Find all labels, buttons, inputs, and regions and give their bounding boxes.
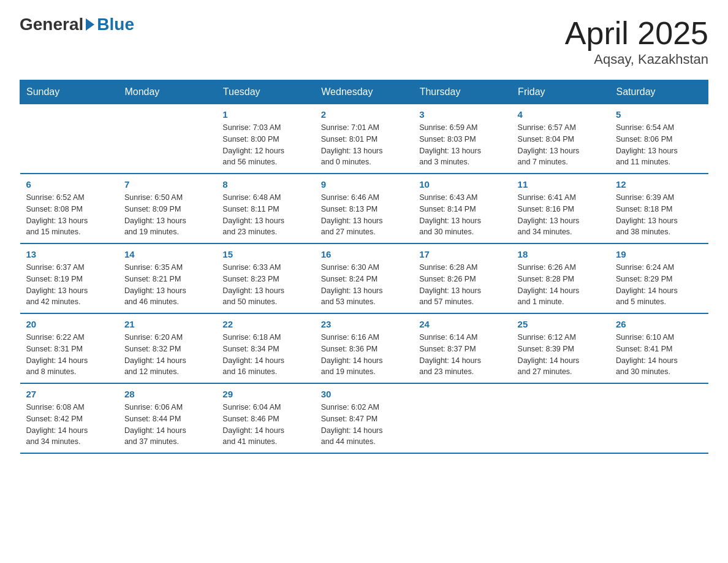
cell-info: Sunrise: 6:14 AMSunset: 8:37 PMDaylight:… (419, 332, 505, 378)
cell-day-number: 20 (26, 319, 112, 329)
cell-day-number: 24 (419, 319, 505, 329)
calendar-cell: 13Sunrise: 6:37 AMSunset: 8:19 PMDayligh… (20, 243, 118, 313)
header-day-wednesday: Wednesday (315, 80, 413, 104)
week-row-1: 6Sunrise: 6:52 AMSunset: 8:08 PMDaylight… (20, 174, 708, 243)
cell-day-number: 1 (222, 109, 308, 120)
calendar-cell: 6Sunrise: 6:52 AMSunset: 8:08 PMDaylight… (20, 174, 118, 243)
cell-day-number: 29 (222, 389, 308, 399)
cell-info: Sunrise: 6:24 AMSunset: 8:29 PMDaylight:… (616, 262, 702, 308)
calendar-table: SundayMondayTuesdayWednesdayThursdayFrid… (20, 80, 708, 454)
calendar-cell: 2Sunrise: 7:01 AMSunset: 8:01 PMDaylight… (315, 104, 413, 174)
calendar-cell: 19Sunrise: 6:24 AMSunset: 8:29 PMDayligh… (610, 243, 708, 313)
cell-day-number: 21 (124, 319, 210, 329)
cell-info: Sunrise: 6:04 AMSunset: 8:46 PMDaylight:… (222, 402, 308, 448)
cell-day-number: 22 (222, 319, 308, 329)
calendar-cell: 30Sunrise: 6:02 AMSunset: 8:47 PMDayligh… (315, 383, 413, 453)
cell-day-number: 17 (419, 249, 505, 259)
calendar-cell (512, 383, 610, 453)
calendar-cell: 26Sunrise: 6:10 AMSunset: 8:41 PMDayligh… (610, 313, 708, 383)
calendar-cell: 12Sunrise: 6:39 AMSunset: 8:18 PMDayligh… (610, 174, 708, 243)
calendar-cell (610, 383, 708, 453)
cell-info: Sunrise: 6:12 AMSunset: 8:39 PMDaylight:… (518, 332, 604, 378)
cell-day-number: 14 (124, 249, 210, 259)
cell-day-number: 19 (616, 249, 702, 259)
calendar-cell: 24Sunrise: 6:14 AMSunset: 8:37 PMDayligh… (413, 313, 511, 383)
header-day-saturday: Saturday (610, 80, 708, 104)
cell-day-number: 4 (518, 109, 604, 120)
header-day-sunday: Sunday (20, 80, 118, 104)
month-title: April 2025 (565, 15, 708, 52)
logo: General Blue (20, 15, 134, 34)
calendar-cell (20, 104, 118, 174)
cell-info: Sunrise: 6:59 AMSunset: 8:03 PMDaylight:… (419, 122, 505, 168)
cell-day-number: 25 (518, 319, 604, 329)
calendar-cell: 3Sunrise: 6:59 AMSunset: 8:03 PMDaylight… (413, 104, 511, 174)
cell-info: Sunrise: 6:46 AMSunset: 8:13 PMDaylight:… (321, 192, 407, 238)
calendar-cell: 25Sunrise: 6:12 AMSunset: 8:39 PMDayligh… (512, 313, 610, 383)
calendar-cell: 20Sunrise: 6:22 AMSunset: 8:31 PMDayligh… (20, 313, 118, 383)
cell-info: Sunrise: 6:16 AMSunset: 8:36 PMDaylight:… (321, 332, 407, 378)
calendar-cell: 10Sunrise: 6:43 AMSunset: 8:14 PMDayligh… (413, 174, 511, 243)
logo-general: General (20, 15, 83, 34)
calendar-cell: 22Sunrise: 6:18 AMSunset: 8:34 PMDayligh… (216, 313, 314, 383)
cell-info: Sunrise: 6:30 AMSunset: 8:24 PMDaylight:… (321, 262, 407, 308)
calendar-cell: 18Sunrise: 6:26 AMSunset: 8:28 PMDayligh… (512, 243, 610, 313)
cell-day-number: 13 (26, 249, 112, 259)
cell-day-number: 23 (321, 319, 407, 329)
logo-arrow-icon (86, 18, 94, 31)
cell-info: Sunrise: 6:10 AMSunset: 8:41 PMDaylight:… (616, 332, 702, 378)
header-day-tuesday: Tuesday (216, 80, 314, 104)
calendar-cell: 21Sunrise: 6:20 AMSunset: 8:32 PMDayligh… (118, 313, 216, 383)
cell-info: Sunrise: 6:20 AMSunset: 8:32 PMDaylight:… (124, 332, 210, 378)
cell-info: Sunrise: 6:52 AMSunset: 8:08 PMDaylight:… (26, 192, 112, 238)
cell-day-number: 30 (321, 389, 407, 399)
cell-info: Sunrise: 6:39 AMSunset: 8:18 PMDaylight:… (616, 192, 702, 238)
cell-day-number: 26 (616, 319, 702, 329)
cell-info: Sunrise: 6:08 AMSunset: 8:42 PMDaylight:… (26, 402, 112, 448)
location: Aqsay, Kazakhstan (565, 52, 708, 67)
cell-info: Sunrise: 6:28 AMSunset: 8:26 PMDaylight:… (419, 262, 505, 308)
cell-day-number: 28 (124, 389, 210, 399)
cell-day-number: 16 (321, 249, 407, 259)
calendar-cell: 28Sunrise: 6:06 AMSunset: 8:44 PMDayligh… (118, 383, 216, 453)
cell-day-number: 3 (419, 109, 505, 120)
calendar-body: 1Sunrise: 7:03 AMSunset: 8:00 PMDaylight… (20, 104, 708, 454)
calendar-cell: 9Sunrise: 6:46 AMSunset: 8:13 PMDaylight… (315, 174, 413, 243)
cell-info: Sunrise: 6:22 AMSunset: 8:31 PMDaylight:… (26, 332, 112, 378)
calendar-cell: 14Sunrise: 6:35 AMSunset: 8:21 PMDayligh… (118, 243, 216, 313)
cell-day-number: 7 (124, 179, 210, 190)
cell-info: Sunrise: 6:54 AMSunset: 8:06 PMDaylight:… (616, 122, 702, 168)
cell-info: Sunrise: 6:06 AMSunset: 8:44 PMDaylight:… (124, 402, 210, 448)
cell-info: Sunrise: 6:50 AMSunset: 8:09 PMDaylight:… (124, 192, 210, 238)
header-day-friday: Friday (512, 80, 610, 104)
calendar-cell: 4Sunrise: 6:57 AMSunset: 8:04 PMDaylight… (512, 104, 610, 174)
calendar-cell: 5Sunrise: 6:54 AMSunset: 8:06 PMDaylight… (610, 104, 708, 174)
cell-day-number: 10 (419, 179, 505, 190)
cell-info: Sunrise: 6:37 AMSunset: 8:19 PMDaylight:… (26, 262, 112, 308)
cell-day-number: 2 (321, 109, 407, 120)
cell-day-number: 12 (616, 179, 702, 190)
week-row-0: 1Sunrise: 7:03 AMSunset: 8:00 PMDaylight… (20, 104, 708, 174)
week-row-4: 27Sunrise: 6:08 AMSunset: 8:42 PMDayligh… (20, 383, 708, 453)
calendar-cell: 17Sunrise: 6:28 AMSunset: 8:26 PMDayligh… (413, 243, 511, 313)
calendar-cell: 7Sunrise: 6:50 AMSunset: 8:09 PMDaylight… (118, 174, 216, 243)
calendar-cell (413, 383, 511, 453)
week-row-3: 20Sunrise: 6:22 AMSunset: 8:31 PMDayligh… (20, 313, 708, 383)
cell-info: Sunrise: 6:18 AMSunset: 8:34 PMDaylight:… (222, 332, 308, 378)
cell-info: Sunrise: 6:48 AMSunset: 8:11 PMDaylight:… (222, 192, 308, 238)
calendar-cell: 23Sunrise: 6:16 AMSunset: 8:36 PMDayligh… (315, 313, 413, 383)
cell-day-number: 5 (616, 109, 702, 120)
logo-blue: Blue (97, 15, 134, 34)
calendar-header: SundayMondayTuesdayWednesdayThursdayFrid… (20, 80, 708, 104)
page-header: General Blue April 2025 Aqsay, Kazakhsta… (20, 15, 708, 67)
cell-info: Sunrise: 6:26 AMSunset: 8:28 PMDaylight:… (518, 262, 604, 308)
header-row: SundayMondayTuesdayWednesdayThursdayFrid… (20, 80, 708, 104)
calendar-cell: 16Sunrise: 6:30 AMSunset: 8:24 PMDayligh… (315, 243, 413, 313)
cell-info: Sunrise: 7:01 AMSunset: 8:01 PMDaylight:… (321, 122, 407, 168)
header-day-thursday: Thursday (413, 80, 511, 104)
calendar-cell: 29Sunrise: 6:04 AMSunset: 8:46 PMDayligh… (216, 383, 314, 453)
cell-info: Sunrise: 6:43 AMSunset: 8:14 PMDaylight:… (419, 192, 505, 238)
cell-day-number: 18 (518, 249, 604, 259)
cell-info: Sunrise: 6:35 AMSunset: 8:21 PMDaylight:… (124, 262, 210, 308)
cell-info: Sunrise: 6:33 AMSunset: 8:23 PMDaylight:… (222, 262, 308, 308)
